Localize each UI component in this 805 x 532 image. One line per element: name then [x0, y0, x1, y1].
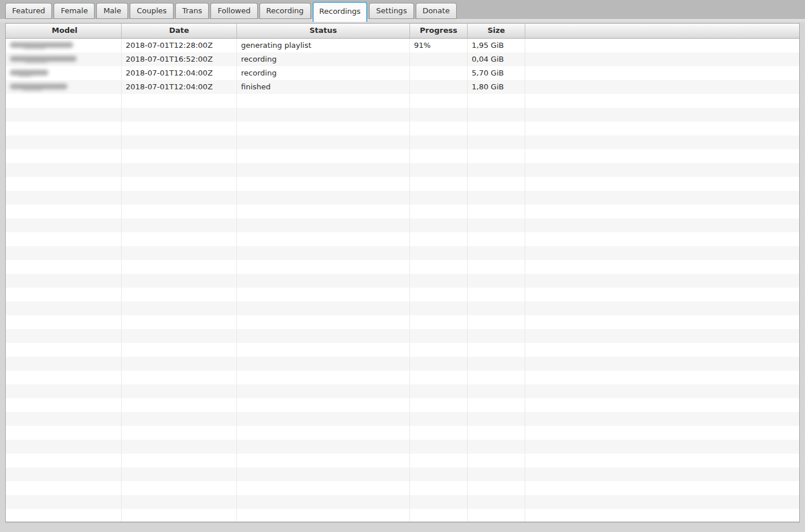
empty-cell: [525, 232, 799, 246]
empty-cell: [237, 509, 410, 522]
empty-cell: [237, 260, 410, 274]
column-header-date[interactable]: Date: [122, 24, 237, 38]
recordings-table-header: ModelDateStatusProgressSize: [6, 24, 799, 39]
cell-model: [6, 39, 122, 52]
empty-cell: [525, 384, 799, 398]
tab-featured[interactable]: Featured: [5, 3, 52, 19]
cell-date: 2018-07-01T12:28:00Z: [122, 39, 237, 52]
empty-cell: [410, 301, 468, 315]
empty-cell: [122, 232, 237, 246]
tab-trans[interactable]: Trans: [175, 3, 209, 19]
empty-cell: [468, 191, 525, 205]
tab-followed[interactable]: Followed: [210, 3, 257, 19]
tab-donate[interactable]: Donate: [416, 3, 457, 19]
empty-row: [6, 495, 799, 509]
empty-cell: [6, 163, 122, 177]
empty-cell: [410, 260, 468, 274]
tab-label: Female: [61, 6, 88, 15]
empty-row: [6, 94, 799, 108]
empty-cell: [122, 329, 237, 343]
cell-size: 1,80 GiB: [468, 80, 525, 94]
empty-cell: [525, 122, 799, 135]
cell-size: 5,70 GiB: [468, 66, 525, 80]
empty-row: [6, 481, 799, 495]
empty-cell: [6, 398, 122, 412]
empty-cell: [468, 509, 525, 522]
empty-cell: [468, 467, 525, 481]
empty-cell: [6, 301, 122, 315]
column-header-progress[interactable]: Progress: [410, 24, 468, 38]
table-row[interactable]: 2018-07-01T12:04:00Zrecording5,70 GiB: [6, 66, 799, 80]
empty-cell: [525, 94, 799, 108]
empty-cell: [525, 149, 799, 163]
cell-status: recording: [237, 52, 410, 66]
empty-row: [6, 149, 799, 163]
empty-cell: [122, 246, 237, 260]
tab-female[interactable]: Female: [54, 3, 95, 19]
empty-cell: [525, 371, 799, 384]
table-row[interactable]: 2018-07-01T16:52:00Zrecording0,04 GiB: [6, 52, 799, 66]
empty-cell: [525, 177, 799, 191]
tab-settings[interactable]: Settings: [369, 3, 413, 19]
empty-cell: [122, 426, 237, 440]
column-header-size[interactable]: Size: [468, 24, 525, 38]
empty-cell: [525, 398, 799, 412]
empty-cell: [122, 260, 237, 274]
cell-size: 1,95 GiB: [468, 39, 525, 52]
empty-cell: [468, 218, 525, 232]
empty-cell: [410, 288, 468, 301]
empty-cell: [410, 371, 468, 384]
empty-cell: [410, 108, 468, 122]
empty-cell: [410, 329, 468, 343]
empty-cell: [525, 288, 799, 301]
empty-cell: [122, 94, 237, 108]
cell-model: [6, 52, 122, 66]
empty-cell: [410, 232, 468, 246]
empty-cell: [237, 205, 410, 218]
empty-cell: [237, 440, 410, 454]
tab-male[interactable]: Male: [96, 3, 128, 19]
empty-row: [6, 343, 799, 357]
empty-cell: [122, 163, 237, 177]
empty-cell: [237, 357, 410, 371]
empty-cell: [525, 509, 799, 522]
empty-cell: [410, 384, 468, 398]
table-row[interactable]: 2018-07-01T12:28:00Zgenerating playlist9…: [6, 39, 799, 52]
empty-cell: [237, 426, 410, 440]
tab-label: Recording: [266, 6, 304, 15]
cell-size: 0,04 GiB: [468, 52, 525, 66]
column-header-status[interactable]: Status: [237, 24, 410, 38]
empty-cell: [468, 135, 525, 149]
empty-cell: [468, 274, 525, 288]
empty-cell: [468, 163, 525, 177]
empty-cell: [6, 288, 122, 301]
tab-label: Recordings: [319, 7, 361, 16]
empty-row: [6, 412, 799, 426]
empty-cell: [410, 274, 468, 288]
tab-couples[interactable]: Couples: [130, 3, 174, 19]
empty-row: [6, 440, 799, 454]
empty-cell: [6, 191, 122, 205]
empty-cell: [525, 191, 799, 205]
empty-row: [6, 274, 799, 288]
table-row[interactable]: 2018-07-01T12:04:00Zfinished1,80 GiB: [6, 80, 799, 94]
empty-cell: [410, 94, 468, 108]
empty-cell: [237, 329, 410, 343]
empty-cell: [237, 94, 410, 108]
tab-label: Followed: [217, 6, 250, 15]
tab-recordings[interactable]: Recordings: [313, 2, 368, 22]
empty-cell: [122, 371, 237, 384]
cell-status: finished: [237, 80, 410, 94]
empty-row: [6, 135, 799, 149]
tab-label: Trans: [182, 6, 202, 15]
empty-row: [6, 232, 799, 246]
empty-cell: [237, 467, 410, 481]
tab-recording[interactable]: Recording: [259, 3, 311, 19]
empty-cell: [122, 454, 237, 467]
cell-model: [6, 66, 122, 80]
empty-cell: [6, 177, 122, 191]
column-header-model[interactable]: Model: [6, 24, 122, 38]
empty-cell: [525, 301, 799, 315]
empty-cell: [122, 191, 237, 205]
empty-cell: [6, 343, 122, 357]
